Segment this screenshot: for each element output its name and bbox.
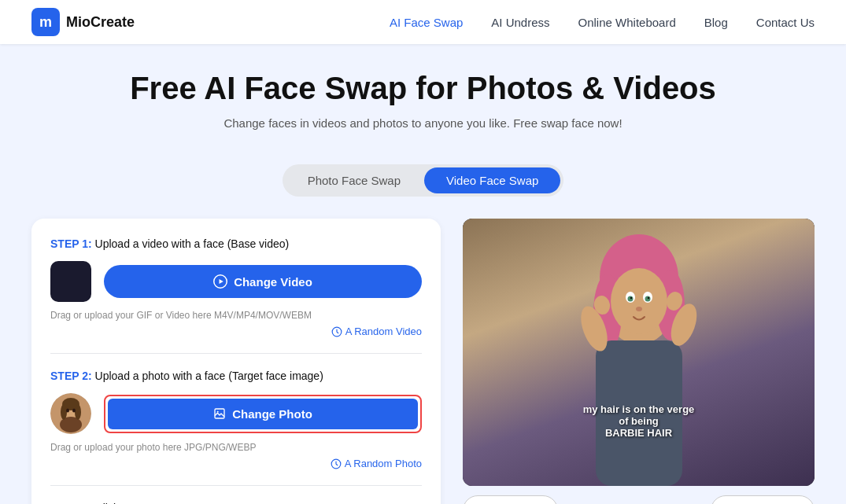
step1-num: STEP 1: <box>50 237 92 250</box>
svg-point-9 <box>66 409 69 413</box>
nav-ai-face-swap[interactable]: AI Face Swap <box>390 16 463 29</box>
step2-section: STEP 2: Upload a photo with a face (Targ… <box>50 370 422 486</box>
tab-video-face-swap[interactable]: Video Face Swap <box>424 167 560 193</box>
svg-point-8 <box>75 404 81 420</box>
main-content: STEP 1: Upload a video with a face (Base… <box>0 219 846 504</box>
svg-point-7 <box>61 404 67 420</box>
play-icon <box>213 274 227 289</box>
step2-drag-hint: Drag or upload your photo here JPG/PNG/W… <box>50 442 422 453</box>
svg-point-21 <box>627 296 633 302</box>
download-button[interactable]: Download <box>711 495 815 504</box>
nav-online-whiteboard[interactable]: Online Whiteboard <box>578 16 676 29</box>
step2-label: STEP 2: Upload a photo with a face (Targ… <box>50 370 422 382</box>
refresh-icon-2 <box>331 458 342 469</box>
logo-icon: m <box>31 8 60 36</box>
image-icon <box>213 407 226 420</box>
right-panel: my hair is on the verge of being BARBIE … <box>463 219 815 504</box>
change-video-button[interactable]: Change Video <box>104 265 422 298</box>
svg-point-10 <box>72 409 76 413</box>
left-panel: STEP 1: Upload a video with a face (Base… <box>31 219 441 504</box>
step1-random-link[interactable]: A Random Video <box>50 326 422 337</box>
hero-subtitle: Change faces in videos and photos to any… <box>31 116 815 130</box>
svg-point-22 <box>645 296 650 302</box>
step1-section: STEP 1: Upload a video with a face (Base… <box>50 237 422 354</box>
logo-text: MioCreate <box>66 14 135 31</box>
hero-section: Free AI Face Swap for Photos & Videos Ch… <box>0 44 846 164</box>
hero-title: Free AI Face Swap for Photos & Videos <box>31 69 815 107</box>
tabs-row: Photo Face Swap Video Face Swap <box>0 164 846 197</box>
nav-ai-undress[interactable]: AI Undress <box>491 16 549 29</box>
step1-row: Change Video <box>50 261 422 302</box>
logo-area: m MioCreate <box>31 8 135 36</box>
svg-point-18 <box>611 268 667 334</box>
face-avatar-svg <box>50 393 91 434</box>
video-thumbnail <box>50 261 91 302</box>
svg-point-23 <box>630 297 631 299</box>
bottom-actions: Zoom in Download <box>463 495 815 504</box>
step1-label: STEP 1: Upload a video with a face (Base… <box>50 237 422 250</box>
svg-point-24 <box>647 297 648 299</box>
step2-text: Upload a photo with a face (Target face … <box>92 370 323 382</box>
header: m MioCreate AI Face Swap AI Undress Onli… <box>0 0 846 44</box>
video-person-svg <box>572 219 706 486</box>
step2-row: Change Photo <box>50 393 422 434</box>
refresh-icon <box>331 326 342 337</box>
video-caption: my hair is on the verge of being BARBIE … <box>583 403 695 439</box>
step1-text: Upload a video with a face (Base video) <box>92 237 290 250</box>
video-frame: my hair is on the verge of being BARBIE … <box>463 219 815 486</box>
face-thumbnail <box>50 393 91 434</box>
nav-blog[interactable]: Blog <box>704 16 728 29</box>
step2-random-link[interactable]: A Random Photo <box>50 458 422 469</box>
change-photo-button[interactable]: Change Photo <box>108 399 418 429</box>
step2-num: STEP 2: <box>50 370 92 382</box>
zoom-in-button[interactable]: Zoom in <box>463 495 558 504</box>
step1-drag-hint: Drag or upload your GIF or Video here M4… <box>50 310 422 321</box>
tabs-container: Photo Face Swap Video Face Swap <box>283 164 564 197</box>
main-nav: AI Face Swap AI Undress Online Whiteboar… <box>390 16 815 29</box>
nav-contact-us[interactable]: Contact Us <box>756 16 815 29</box>
change-photo-button-wrapper: Change Photo <box>104 395 422 433</box>
tab-photo-face-swap[interactable]: Photo Face Swap <box>286 167 423 193</box>
video-preview: my hair is on the verge of being BARBIE … <box>463 219 815 486</box>
svg-marker-1 <box>220 279 224 284</box>
svg-point-12 <box>217 411 219 413</box>
svg-point-25 <box>636 307 642 311</box>
